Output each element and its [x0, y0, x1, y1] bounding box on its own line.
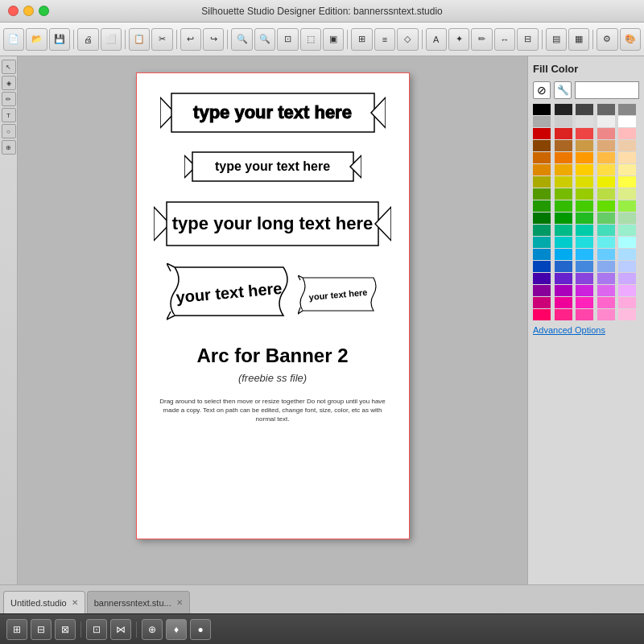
color-swatch[interactable]	[597, 237, 615, 248]
color-swatch[interactable]	[576, 261, 593, 272]
color-swatch[interactable]	[555, 104, 572, 115]
color-swatch[interactable]	[555, 164, 572, 175]
color-swatch[interactable]	[576, 237, 593, 248]
color-swatch[interactable]	[555, 273, 572, 284]
color-swatch[interactable]	[533, 188, 551, 200]
color-swatch[interactable]	[597, 164, 615, 175]
color-swatch[interactable]	[533, 273, 551, 284]
eyedropper-button[interactable]: 🔧	[554, 81, 572, 99]
color-swatch[interactable]	[618, 273, 636, 284]
zoom-in-button[interactable]: 🔍	[254, 28, 275, 51]
color-swatch[interactable]	[618, 176, 636, 188]
color-swatch[interactable]	[555, 213, 572, 224]
color-swatch[interactable]	[597, 285, 615, 296]
tab-banners-close[interactable]: ✕	[176, 598, 183, 607]
color-swatch[interactable]	[555, 237, 572, 248]
color-swatch[interactable]	[576, 285, 593, 296]
save-button[interactable]: 💾	[49, 28, 70, 51]
color-swatch[interactable]	[597, 249, 615, 260]
select-tool[interactable]: ↖	[2, 60, 16, 74]
color-swatch[interactable]	[597, 273, 615, 284]
color-swatch[interactable]	[533, 261, 551, 272]
color-swatch[interactable]	[533, 164, 551, 175]
layers-button[interactable]: ▤	[546, 28, 567, 51]
color-swatch[interactable]	[555, 249, 572, 260]
bottom-btn-2[interactable]: ⊟	[31, 619, 52, 640]
color-swatch[interactable]	[576, 176, 593, 188]
color-swatch[interactable]	[576, 225, 593, 236]
color-swatch[interactable]	[618, 249, 636, 260]
color-swatch[interactable]	[533, 140, 551, 151]
transform-button[interactable]: ↔	[494, 28, 515, 51]
color-swatch[interactable]	[597, 176, 615, 188]
node-tool[interactable]: ◈	[2, 76, 16, 90]
color-swatch[interactable]	[597, 128, 615, 139]
redo-button[interactable]: ↪	[203, 28, 224, 51]
color-swatch[interactable]	[597, 225, 615, 236]
color-swatch[interactable]	[533, 176, 551, 188]
color-swatch[interactable]	[618, 213, 636, 224]
advanced-options-link[interactable]: Advanced Options	[533, 325, 639, 335]
color-swatch[interactable]	[597, 297, 615, 308]
close-button[interactable]	[8, 6, 19, 16]
color-swatch[interactable]	[533, 152, 551, 163]
zoom-tool[interactable]: ⊕	[2, 140, 16, 155]
color-swatch[interactable]	[597, 200, 615, 212]
color-swatch[interactable]	[533, 128, 551, 139]
color-swatch[interactable]	[597, 116, 615, 127]
color-swatch[interactable]	[555, 116, 572, 127]
color-swatch[interactable]	[555, 152, 572, 163]
knife-button[interactable]: ✏	[471, 28, 492, 51]
color-swatch[interactable]	[618, 309, 636, 320]
color-swatch[interactable]	[618, 237, 636, 248]
color-swatch[interactable]	[576, 188, 593, 200]
color-swatch[interactable]	[576, 128, 593, 139]
color-swatch[interactable]	[618, 225, 636, 236]
minimize-button[interactable]	[23, 6, 34, 16]
bottom-btn-3[interactable]: ⊠	[55, 619, 76, 640]
bottom-btn-7[interactable]: ♦	[166, 619, 187, 640]
color-swatch[interactable]	[533, 309, 551, 320]
color-swatch[interactable]	[576, 140, 593, 151]
text-tool[interactable]: T	[2, 108, 16, 122]
undo-button[interactable]: ↩	[180, 28, 201, 51]
color-swatch[interactable]	[576, 309, 593, 320]
bottom-btn-1[interactable]: ⊞	[6, 619, 27, 640]
color-swatch[interactable]	[618, 164, 636, 175]
settings-button[interactable]: ⚙	[597, 28, 617, 51]
color-swatch[interactable]	[533, 104, 551, 115]
new-button[interactable]: 📄	[3, 28, 24, 51]
color-swatch[interactable]	[555, 309, 572, 320]
color-swatch[interactable]	[533, 213, 551, 224]
color-swatch[interactable]	[597, 152, 615, 163]
color-swatch[interactable]	[597, 309, 615, 320]
color-swatch[interactable]	[555, 176, 572, 188]
tab-banners[interactable]: bannerssntext.stu... ✕	[87, 591, 190, 613]
node-button[interactable]: ✦	[448, 28, 469, 51]
bottom-btn-5[interactable]: ⋈	[110, 619, 131, 640]
color-swatch[interactable]	[597, 104, 615, 115]
color-swatch[interactable]	[555, 200, 572, 212]
color-swatch[interactable]	[618, 128, 636, 139]
color-swatch[interactable]	[597, 140, 615, 151]
bottom-btn-6[interactable]: ⊕	[142, 619, 163, 640]
color-swatch[interactable]	[576, 164, 593, 175]
color-swatch[interactable]	[576, 104, 593, 115]
color-swatch[interactable]	[618, 152, 636, 163]
color-swatch[interactable]	[597, 188, 615, 200]
fill-button[interactable]: 🎨	[620, 28, 641, 51]
color-swatch[interactable]	[533, 297, 551, 308]
color-swatch[interactable]	[533, 237, 551, 248]
color-swatch[interactable]	[597, 261, 615, 272]
text-button[interactable]: A	[426, 28, 447, 51]
bottom-btn-8[interactable]: ●	[190, 619, 211, 640]
color-swatch[interactable]	[576, 213, 593, 224]
print2-button[interactable]: ⬜	[101, 28, 122, 51]
color-swatch[interactable]	[618, 285, 636, 296]
view-button[interactable]: ▣	[323, 28, 344, 51]
color-swatch[interactable]	[555, 225, 572, 236]
path-button[interactable]: ◇	[397, 28, 418, 51]
color-swatch[interactable]	[576, 200, 593, 212]
color-swatch[interactable]	[618, 261, 636, 272]
align-button[interactable]: ≡	[374, 28, 395, 51]
